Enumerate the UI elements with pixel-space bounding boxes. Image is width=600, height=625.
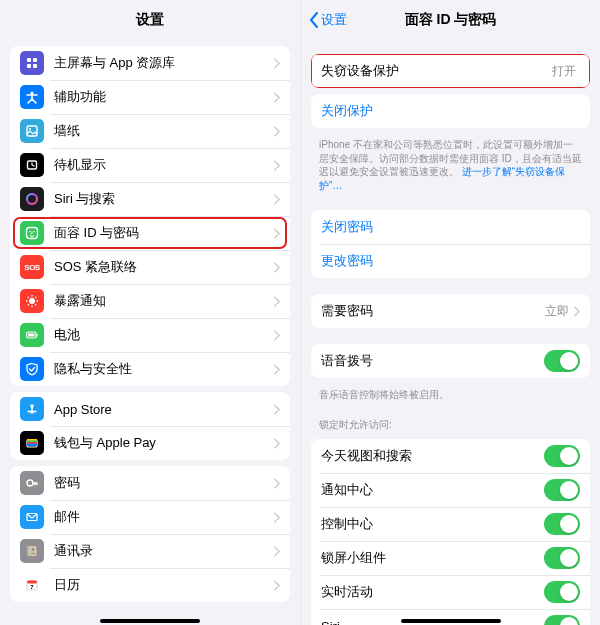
row-label: 暴露通知 [54,292,273,310]
chevron-right-icon [273,546,280,557]
settings-row-appstore[interactable]: App Store [10,392,290,426]
chevron-right-icon [273,580,280,591]
require-passcode-row[interactable]: 需要密码 立即 [311,294,590,328]
lock-item-switch[interactable] [544,513,580,535]
chevron-right-icon [273,296,280,307]
contacts-icon [20,539,44,563]
lock-item-row: 通知中心 [311,473,590,507]
settings-row-wallet[interactable]: 钱包与 Apple Pay [10,426,290,460]
settings-row-faceid[interactable]: 面容 ID 与密码 [10,216,290,250]
voice-caption: 音乐语音控制将始终被启用。 [301,384,600,404]
row-label: 墙纸 [54,122,273,140]
left-title: 设置 [136,11,164,29]
settings-row-standby[interactable]: 待机显示 [10,148,290,182]
chevron-right-icon [273,330,280,341]
lock-item-row: 今天视图和搜索 [311,439,590,473]
chevron-right-icon [273,228,280,239]
row-label: 日历 [54,576,273,594]
close-protection-row[interactable]: 关闭保护 [311,94,590,128]
home-indicator[interactable] [100,619,200,623]
lock-item-label: 今天视图和搜索 [321,447,544,465]
settings-group: App Store钱包与 Apple Pay [10,392,290,460]
chevron-right-icon [273,404,280,415]
chevron-right-icon [273,194,280,205]
lock-item-switch[interactable] [544,615,580,625]
privacy-icon [20,357,44,381]
voice-group: 语音拨号 [311,344,590,378]
settings-row-contacts[interactable]: 通讯录 [10,534,290,568]
chevron-right-icon [273,262,280,273]
settings-row-wallpaper[interactable]: 墙纸 [10,114,290,148]
chevron-right-icon [573,306,580,317]
stolen-device-label: 失窃设备保护 [321,62,552,80]
settings-row-siri[interactable]: Siri 与搜索 [10,182,290,216]
settings-row-accessibility[interactable]: 辅助功能 [10,80,290,114]
row-label: 钱包与 Apple Pay [54,434,273,452]
stolen-group: 失窃设备保护 打开 [311,54,590,88]
chevron-right-icon [273,92,280,103]
settings-row-battery[interactable]: 电池 [10,318,290,352]
lock-item-switch[interactable] [544,479,580,501]
settings-pane: 设置 主屏幕与 App 资源库辅助功能墙纸待机显示Siri 与搜索面容 ID 与… [0,0,300,625]
stolen-device-row[interactable]: 失窃设备保护 打开 [311,54,590,88]
home-indicator[interactable] [401,619,501,623]
change-passcode-row[interactable]: 更改密码 [311,244,590,278]
calendar-icon [20,573,44,597]
settings-group: 主屏幕与 App 资源库辅助功能墙纸待机显示Siri 与搜索面容 ID 与密码S… [10,46,290,386]
row-label: App Store [54,402,273,417]
close-passcode-row[interactable]: 关闭密码 [311,210,590,244]
back-label: 设置 [321,11,347,29]
chevron-right-icon [273,160,280,171]
faceid-pane: 设置 面容 ID 与密码 失窃设备保护 打开 关闭保护 iPhone 不在家和公… [300,0,600,625]
lock-item-switch[interactable] [544,445,580,467]
settings-row-mail[interactable]: 邮件 [10,500,290,534]
accessibility-icon [20,85,44,109]
row-label: 辅助功能 [54,88,273,106]
settings-row-home-grid[interactable]: 主屏幕与 App 资源库 [10,46,290,80]
settings-row-privacy[interactable]: 隐私与安全性 [10,352,290,386]
right-content[interactable]: 失窃设备保护 打开 关闭保护 iPhone 不在家和公司等熟悉位置时，此设置可额… [301,40,600,625]
left-header: 设置 [0,0,300,40]
chevron-right-icon [273,126,280,137]
row-label: 待机显示 [54,156,273,174]
row-label: 邮件 [54,508,273,526]
right-header: 设置 面容 ID 与密码 [301,0,600,40]
lock-item-label: 锁屏小组件 [321,549,544,567]
row-label: 电池 [54,326,273,344]
row-label: 密码 [54,474,273,492]
chevron-left-icon [309,12,319,28]
row-label: SOS 紧急联络 [54,258,273,276]
left-list[interactable]: 主屏幕与 App 资源库辅助功能墙纸待机显示Siri 与搜索面容 ID 与密码S… [0,40,300,625]
sos-icon: SOS [20,255,44,279]
lock-item-row: 锁屏小组件 [311,541,590,575]
back-button[interactable]: 设置 [309,11,347,29]
wallet-icon [20,431,44,455]
exposure-icon [20,289,44,313]
battery-icon [20,323,44,347]
settings-group: 密码邮件通讯录日历 [10,466,290,602]
row-label: Siri 与搜索 [54,190,273,208]
wallpaper-icon [20,119,44,143]
row-label: 面容 ID 与密码 [54,224,273,242]
lock-access-header: 锁定时允许访问: [301,414,600,434]
close-protection-group: 关闭保护 [311,94,590,128]
lock-item-switch[interactable] [544,547,580,569]
lock-item-label: 实时活动 [321,583,544,601]
chevron-right-icon [273,512,280,523]
lock-item-row: 控制中心 [311,507,590,541]
lock-item-switch[interactable] [544,581,580,603]
lock-access-group: 今天视图和搜索通知中心控制中心锁屏小组件实时活动Siri [311,439,590,625]
settings-row-sos[interactable]: SOSSOS 紧急联络 [10,250,290,284]
settings-row-calendar[interactable]: 日历 [10,568,290,602]
standby-icon [20,153,44,177]
passwords-icon [20,471,44,495]
chevron-right-icon [273,438,280,449]
protection-description: iPhone 不在家和公司等熟悉位置时，此设置可额外增加一层安全保障。访问部分数… [301,134,600,194]
voice-dial-row: 语音拨号 [311,344,590,378]
lock-item-label: 通知中心 [321,481,544,499]
appstore-icon [20,397,44,421]
settings-row-exposure[interactable]: 暴露通知 [10,284,290,318]
settings-row-passwords[interactable]: 密码 [10,466,290,500]
right-title: 面容 ID 与密码 [405,11,497,29]
voice-dial-switch[interactable] [544,350,580,372]
